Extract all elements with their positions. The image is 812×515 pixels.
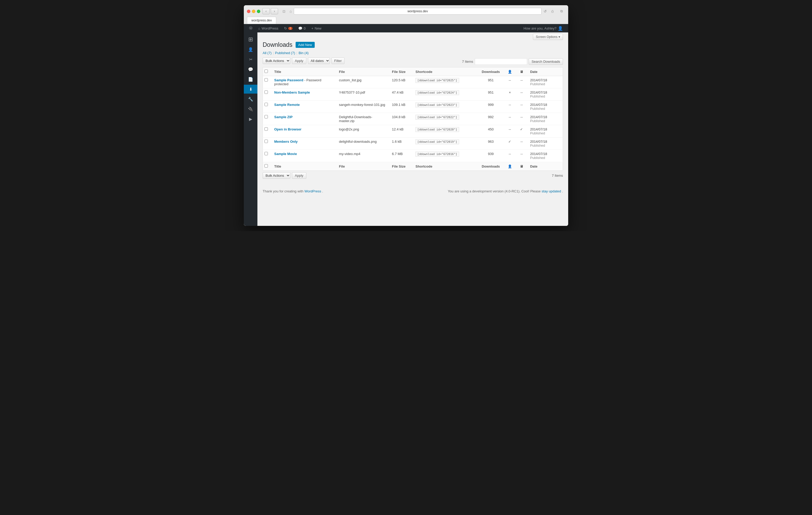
- comments-item[interactable]: 💬 0: [296, 24, 308, 32]
- col-header-file[interactable]: File: [337, 67, 389, 76]
- updates-item[interactable]: ↻ 1: [282, 24, 295, 32]
- main-content: Screen Options ▾ Downloads Add New All (…: [257, 32, 568, 226]
- row-title-link[interactable]: Sample ZIP: [274, 115, 292, 119]
- site-name-item[interactable]: ⌂ WordPress: [256, 24, 281, 32]
- sidebar-item-media[interactable]: ▶: [244, 115, 257, 123]
- updates-badge: 1: [288, 27, 292, 30]
- col-footer-date[interactable]: Date: [527, 162, 563, 171]
- row-members: --: [504, 101, 516, 113]
- row-file: delightful-downloads.png: [337, 138, 389, 150]
- filter-all-link[interactable]: All (7): [263, 51, 271, 55]
- apply-bottom-button[interactable]: Apply: [292, 172, 306, 179]
- col-footer-shortcode[interactable]: Shortcode: [413, 162, 478, 171]
- sidebar-item-plugins[interactable]: 🔌: [244, 104, 257, 114]
- table-row: Sample Movie Edit | Quick Edit | Bin my-…: [263, 150, 563, 162]
- row-title-link[interactable]: Sample Movie: [274, 152, 297, 156]
- footer-wp-link[interactable]: WordPress: [304, 189, 321, 193]
- row-title-link[interactable]: Members Only: [274, 140, 298, 144]
- col-footer-filesize[interactable]: File Size: [389, 162, 413, 171]
- greeting-item[interactable]: How are you, Ashley? 👤: [521, 24, 566, 32]
- row-date: 2014/07/18Published: [527, 150, 563, 162]
- row-shortcode: [ddownload id="672016"]: [413, 150, 478, 162]
- date-filter-select[interactable]: All dates: [308, 58, 330, 64]
- row-checkbox-5[interactable]: [264, 140, 268, 143]
- comments-icon: 💬: [298, 26, 302, 30]
- reload-icon[interactable]: ↺: [544, 9, 547, 13]
- row-checkbox-0[interactable]: [264, 78, 268, 82]
- row-date: 2014/07/18Published: [527, 101, 563, 113]
- bulk-actions-bottom-select[interactable]: Bulk Actions: [263, 172, 290, 179]
- row-downloads: 999: [478, 101, 504, 113]
- col-footer-title[interactable]: Title: [271, 162, 337, 171]
- sidebar-item-dashboard[interactable]: ⊞: [244, 35, 257, 44]
- col-header-shortcode[interactable]: Shortcode: [413, 67, 478, 76]
- row-checkbox-4[interactable]: [264, 127, 268, 131]
- browser-icon: 🖥: [520, 70, 523, 74]
- screen-options-button[interactable]: Screen Options ▾: [533, 34, 563, 40]
- apply-top-button[interactable]: Apply: [292, 58, 306, 64]
- row-title-link[interactable]: Sample Remote: [274, 103, 300, 107]
- row-checkbox-6[interactable]: [264, 152, 268, 155]
- row-browser: --: [516, 138, 527, 150]
- col-header-members: 👤: [504, 67, 516, 76]
- row-filesize: 47.4 kB: [389, 88, 413, 101]
- new-item[interactable]: + New: [309, 24, 324, 32]
- table-row: Members Only Edit | Quick Edit | Bin del…: [263, 138, 563, 150]
- row-downloads: 951: [478, 76, 504, 88]
- col-header-title[interactable]: Title: [271, 67, 337, 76]
- bulk-actions-top-select[interactable]: Bulk Actions: [263, 58, 290, 64]
- updates-icon: ↻: [284, 26, 287, 30]
- col-header-downloads[interactable]: Downloads: [478, 67, 504, 76]
- new-label: New: [315, 26, 321, 30]
- forward-button[interactable]: ›: [271, 8, 278, 14]
- filter-bin-link[interactable]: Bin (4): [298, 51, 309, 55]
- row-checkbox-2[interactable]: [264, 103, 268, 106]
- check-all-bottom[interactable]: [264, 164, 268, 168]
- col-footer-downloads[interactable]: Downloads: [478, 162, 504, 171]
- row-title-link[interactable]: Open in Browser: [274, 127, 301, 131]
- stay-updated-link[interactable]: stay updated: [542, 189, 561, 193]
- table-row: Sample ZIP Edit | Quick Edit | Bin Delig…: [263, 113, 563, 125]
- filter-published-link[interactable]: Published (7): [275, 51, 295, 55]
- table-row: Sample Password - Password protected Edi…: [263, 76, 563, 88]
- minimize-button[interactable]: [252, 10, 255, 13]
- add-new-button[interactable]: Add New: [296, 42, 315, 48]
- row-members: ×: [504, 88, 516, 101]
- row-shortcode: [ddownload id="672022"]: [413, 113, 478, 125]
- check-all-top[interactable]: [264, 69, 268, 73]
- maximize-button[interactable]: [257, 10, 260, 13]
- row-title-link[interactable]: Sample Password: [274, 78, 303, 82]
- col-footer-browser: 🖥: [516, 162, 527, 171]
- sidebar-item-tools[interactable]: ✂: [244, 55, 257, 64]
- row-file: Delightful-Downloads-master.zip: [337, 113, 389, 125]
- sidebar-item-users[interactable]: 👤: [244, 45, 257, 54]
- address-bar[interactable]: wordpress.dev: [294, 8, 542, 14]
- row-filesize: 120.5 kB: [389, 76, 413, 88]
- row-date: 2014/07/18Published: [527, 113, 563, 125]
- row-shortcode: [ddownload id="672020"]: [413, 125, 478, 138]
- search-input[interactable]: [475, 58, 527, 65]
- windows-icon: ⧉: [558, 8, 565, 14]
- sidebar-item-downloads[interactable]: ⬇: [244, 85, 257, 94]
- sidebar-item-pages[interactable]: 📄: [244, 75, 257, 84]
- search-downloads-button[interactable]: Search Downloads: [529, 58, 563, 65]
- row-downloads: 992: [478, 113, 504, 125]
- row-checkbox-1[interactable]: [264, 90, 268, 94]
- row-browser: --: [516, 113, 527, 125]
- back-button[interactable]: ‹: [262, 8, 270, 14]
- wp-logo-item[interactable]: ⓦ: [246, 24, 255, 32]
- browser-tab[interactable]: wordpress.dev: [247, 17, 276, 24]
- col-header-filesize[interactable]: File Size: [389, 67, 413, 76]
- sidebar-item-appearance[interactable]: 🔧: [244, 95, 257, 103]
- col-footer-file[interactable]: File: [337, 162, 389, 171]
- col-header-date[interactable]: Date: [527, 67, 563, 76]
- row-checkbox-3[interactable]: [264, 115, 268, 118]
- row-title-link[interactable]: Non-Members Sample: [274, 90, 310, 94]
- table-row: Non-Members Sample Edit | Quick Edit | B…: [263, 88, 563, 101]
- close-button[interactable]: [247, 10, 250, 13]
- row-date: 2014/07/18Published: [527, 88, 563, 101]
- filter-button[interactable]: Filter: [331, 58, 345, 64]
- tablenav-bottom: Bulk Actions Apply 7 Items: [263, 172, 563, 179]
- row-shortcode: [ddownload id="672019"]: [413, 138, 478, 150]
- sidebar-item-comments[interactable]: 💬: [244, 65, 257, 74]
